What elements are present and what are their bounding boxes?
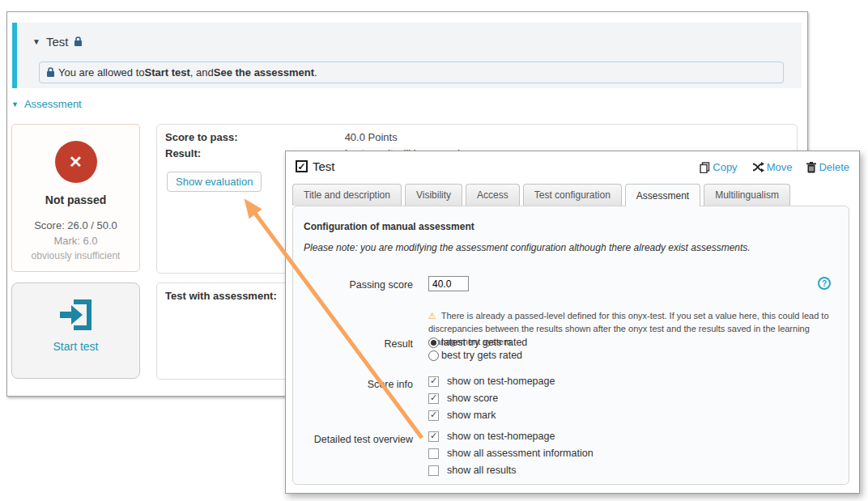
- checkbox-icon[interactable]: [428, 465, 439, 476]
- checkbox-icon[interactable]: [428, 410, 439, 421]
- checkbox-label: show all results: [447, 465, 516, 476]
- lock-icon: [74, 36, 83, 47]
- checkbox-show-all-assessment-information[interactable]: show all assessment information: [428, 448, 594, 459]
- permission-text-suffix: .: [314, 66, 317, 79]
- radio-button-icon[interactable]: [428, 350, 439, 361]
- copy-label: Copy: [713, 161, 737, 173]
- not-passed-cross-icon: ✕: [55, 141, 97, 183]
- delete-label: Delete: [819, 161, 849, 173]
- test-section-header: ▼ Test You are allowed to Start test , a…: [12, 23, 802, 88]
- checkbox-label: show on test-homepage: [447, 376, 555, 387]
- assessment-section-title-row[interactable]: ▼ Assessment: [11, 98, 82, 110]
- radio-latest-try[interactable]: latest try gets rated: [428, 336, 527, 349]
- test-editor-dialog: ✓ Test Copy Move: [285, 151, 860, 494]
- mark-note: obviously insufficient: [12, 250, 139, 261]
- test-section-title-row[interactable]: ▼ Test: [32, 35, 83, 49]
- tab-access[interactable]: Access: [466, 184, 520, 206]
- passing-score-input[interactable]: [428, 276, 469, 291]
- show-evaluation-button[interactable]: Show evaluation: [167, 172, 262, 192]
- move-shuffle-icon: [752, 162, 764, 172]
- checkbox-show-on-test-homepage[interactable]: show on test-homepage: [428, 431, 594, 442]
- result-status-card: ✕ Not passed Score: 26.0 / 50.0 Mark: 6.…: [11, 124, 140, 272]
- permission-text-middle: , and: [190, 66, 214, 79]
- mark-value: Mark: 6.0: [12, 235, 139, 247]
- lock-icon: [46, 67, 55, 78]
- permission-action-see-assessment: See the assessment: [214, 66, 314, 79]
- checkbox-show-mark[interactable]: show mark: [428, 410, 555, 421]
- score-info-checkbox-group: show on test-homepage show score show ma…: [428, 376, 555, 427]
- dialog-tabs: Title and description Visibility Access …: [292, 184, 790, 206]
- checkbox-icon[interactable]: [428, 448, 439, 459]
- permissions-notice: You are allowed to Start test , and See …: [39, 62, 784, 83]
- trash-icon: [806, 162, 816, 173]
- test-with-assessment-label: Test with assessment:: [165, 290, 277, 302]
- login-arrow-icon: [12, 296, 139, 333]
- checkbox-label: show score: [447, 393, 498, 404]
- detailed-overview-group-label: Detailed test overview: [293, 434, 413, 445]
- checkbox-label: show all assessment information: [447, 448, 594, 459]
- warning-triangle-icon: ⚠: [428, 311, 436, 321]
- config-heading: Configuration of manual assessment: [304, 221, 474, 232]
- passing-score-label: Passing score: [293, 279, 413, 291]
- result-radio-group: latest try gets rated best try gets rate…: [428, 336, 527, 362]
- collapse-triangle-icon: ▼: [32, 37, 40, 46]
- permission-action-start-test: Start test: [145, 66, 190, 79]
- tab-visibility[interactable]: Visibility: [405, 184, 462, 206]
- tab-multilingualism[interactable]: Multilingualism: [704, 184, 790, 206]
- radio-button-icon[interactable]: [428, 338, 439, 348]
- start-test-label: Start test: [12, 340, 139, 353]
- tab-test-configuration[interactable]: Test configuration: [523, 184, 622, 206]
- checkbox-show-on-test-homepage[interactable]: show on test-homepage: [428, 376, 555, 387]
- radio-label: best try gets rated: [441, 350, 522, 361]
- help-icon[interactable]: ?: [818, 277, 831, 290]
- checked-checkbox-icon[interactable]: ✓: [296, 160, 308, 172]
- assessment-tab-content: Configuration of manual assessment Pleas…: [292, 206, 849, 485]
- permission-text-prefix: You are allowed to: [58, 66, 145, 79]
- result-group-label: Result: [293, 338, 413, 350]
- radio-label: latest try gets rated: [441, 337, 527, 348]
- start-test-card[interactable]: Start test: [11, 282, 140, 379]
- cross-glyph: ✕: [69, 152, 83, 172]
- assessment-section-title: Assessment: [24, 98, 82, 110]
- copy-button[interactable]: Copy: [700, 161, 737, 173]
- tab-assessment[interactable]: Assessment: [625, 184, 700, 206]
- move-label: Move: [767, 161, 793, 173]
- collapse-triangle-icon: ▼: [11, 100, 19, 108]
- score-to-pass-value: 40.0 Points: [345, 131, 398, 143]
- checkbox-label: show on test-homepage: [447, 431, 555, 442]
- checkbox-icon[interactable]: [428, 393, 439, 404]
- dialog-title: Test: [313, 159, 335, 173]
- move-button[interactable]: Move: [752, 161, 793, 173]
- detailed-overview-checkbox-group: show on test-homepage show all assessmen…: [428, 431, 594, 482]
- radio-best-try[interactable]: best try gets rated: [428, 349, 527, 362]
- score-value: Score: 26.0 / 50.0: [12, 219, 139, 231]
- test-section-title: Test: [46, 35, 69, 49]
- score-to-pass-label: Score to pass:: [165, 131, 342, 143]
- score-info-group-label: Score info: [293, 379, 413, 390]
- checkbox-show-score[interactable]: show score: [428, 393, 555, 404]
- dialog-actions: Copy Move Delete: [700, 161, 849, 173]
- delete-button[interactable]: Delete: [806, 161, 849, 173]
- checkbox-label: show mark: [447, 410, 496, 421]
- tab-title-and-description[interactable]: Title and description: [292, 184, 402, 206]
- checkbox-icon[interactable]: [428, 431, 439, 442]
- status-text: Not passed: [12, 193, 139, 206]
- copy-icon: [700, 162, 710, 173]
- dialog-title-row: ✓ Test: [296, 159, 335, 173]
- checkbox-show-all-results[interactable]: show all results: [428, 465, 594, 476]
- config-note: Please note: you are modifying the asses…: [304, 242, 751, 253]
- checkbox-icon[interactable]: [428, 376, 439, 387]
- score-to-pass-row: Score to pass: 40.0 Points: [165, 131, 398, 143]
